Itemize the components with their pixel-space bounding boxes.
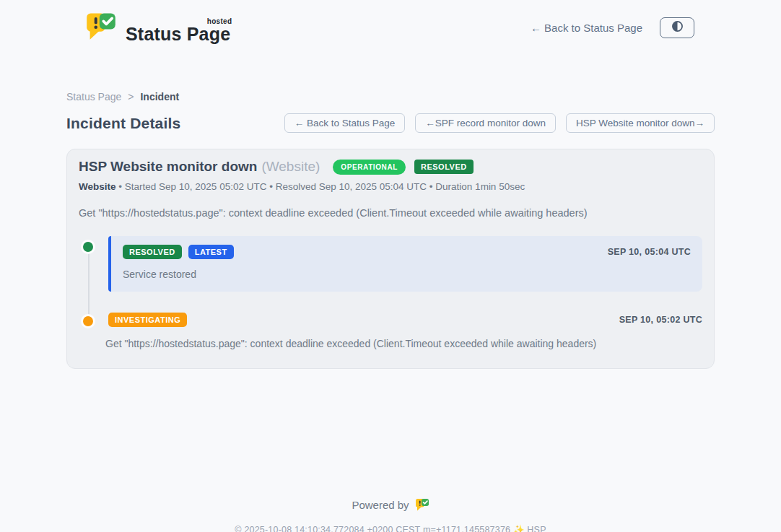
investigating-badge: INVESTIGATING [108, 313, 187, 327]
incident-resolved: Resolved Sep 10, 2025 05:04 UTC [276, 181, 427, 192]
timeline-badges: RESOLVEDLATEST [123, 245, 234, 259]
breadcrumb-incident: Incident [140, 91, 179, 103]
resolved-status-badge: RESOLVED [414, 160, 474, 174]
breadcrumb: Status Page > Incident [66, 91, 715, 103]
copyright-line: © 2025-10-08 14:10:34.772084 +0200 CEST … [0, 524, 781, 532]
timeline-dot-column [79, 238, 108, 292]
operational-status-badge: OPERATIONAL [333, 160, 406, 175]
page-title: Incident Details [66, 115, 180, 132]
breadcrumb-separator: > [128, 91, 134, 103]
incident-meta: Website • Started Sep 10, 2025 05:02 UTC… [79, 181, 702, 192]
breadcrumb-status-page-link[interactable]: Status Page [66, 91, 121, 103]
incident-nav-buttons: ← Back to Status Page ←SPF record monito… [284, 113, 715, 133]
header-back-to-status-page-link[interactable]: ← Back to Status Page [531, 22, 642, 34]
timeline-entry: INVESTIGATING SEP 10, 05:02 UTC Get "htt… [79, 313, 702, 349]
prev-incident-button[interactable]: ←SPF record monitor down [415, 113, 556, 133]
timeline-status-dot [81, 240, 95, 254]
circle-half-contrast-icon [671, 20, 684, 35]
timeline-timestamp: SEP 10, 05:04 UTC [608, 247, 691, 257]
status-page-logo-icon [85, 10, 117, 45]
incident-description: Get "https://hostedstatus.page": context… [79, 207, 702, 219]
page-footer: Powered by © 2025-10-08 14:10:34.772084 … [0, 497, 781, 532]
timeline-entry: RESOLVEDLATEST SEP 10, 05:04 UTC Service… [79, 238, 702, 292]
brand-hosted-label: hosted [207, 17, 232, 25]
incident-duration: Duration 1min 50sec [435, 181, 525, 192]
theme-toggle-button[interactable] [660, 17, 694, 38]
timeline-status-dot [81, 314, 95, 328]
footer-status-page-logo-icon[interactable] [415, 497, 429, 512]
powered-by-label: Powered by [352, 499, 409, 511]
timeline-message: Service restored [123, 269, 691, 280]
next-incident-button[interactable]: HSP Website monitor down→ [566, 113, 715, 133]
timeline-badges: INVESTIGATING [108, 313, 187, 327]
incident-title: HSP Website monitor down [79, 159, 257, 175]
incident-timeline: RESOLVEDLATEST SEP 10, 05:04 UTC Service… [79, 238, 702, 349]
back-to-status-page-button[interactable]: ← Back to Status Page [284, 113, 406, 133]
timeline-timestamp: SEP 10, 05:02 UTC [619, 315, 702, 325]
main-content: Status Page > Incident Incident Details … [66, 91, 715, 369]
latest-badge: LATEST [188, 245, 234, 259]
page-header: Status Pagehosted ← Back to Status Page [0, 0, 781, 45]
resolved-badge: RESOLVED [123, 245, 182, 259]
timeline-dot-column [79, 313, 108, 349]
brand-logo[interactable]: Status Pagehosted [85, 10, 232, 45]
incident-scope: (Website) [261, 159, 320, 175]
brand-name: Status Pagehosted [126, 24, 232, 45]
incident-component: Website [79, 181, 116, 192]
timeline-message: Get "https://hostedstatus.page": context… [105, 338, 702, 349]
incident-card: HSP Website monitor down (Website) OPERA… [66, 149, 715, 369]
incident-started: Started Sep 10, 2025 05:02 UTC [125, 181, 267, 192]
